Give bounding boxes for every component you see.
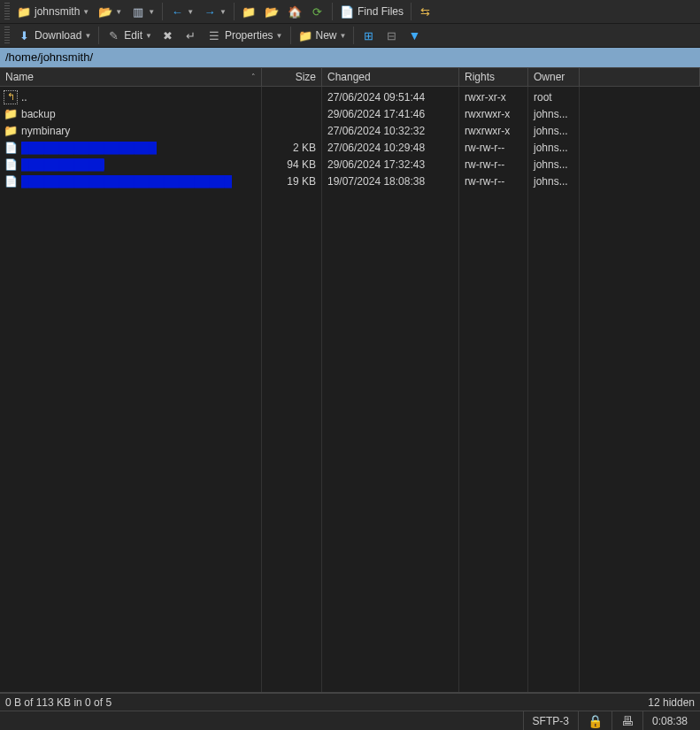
parent-dir-button[interactable]: 📁	[237, 2, 260, 21]
file-changed: 27/06/2024 10:29:48	[322, 139, 458, 156]
file-row[interactable]: 📄██████████████████	[0, 139, 261, 156]
file-name: ..	[21, 91, 27, 104]
rename-button[interactable]: ↵	[180, 26, 203, 45]
file-name: ██████████████████	[21, 142, 157, 154]
column-header-spare	[580, 68, 700, 86]
select-minus-button[interactable]: ⊟	[380, 26, 403, 45]
toolbar-row-1: 📁 johnsmith ▼ 📂 ▼ ▥ ▼ ← ▼ → ▼ 📁 📂 🏠 ⟳ 📄 …	[0, 0, 700, 24]
chevron-down-icon: ▼	[145, 32, 152, 40]
toolbar-grip[interactable]	[4, 27, 10, 44]
new-label: New	[316, 29, 337, 42]
chevron-down-icon: ▼	[219, 8, 227, 16]
file-row[interactable]: 📄████████████████████████████	[0, 173, 261, 189]
forward-button[interactable]: → ▼	[198, 2, 231, 21]
session-dropdown[interactable]: 📁 johnsmith ▼	[12, 2, 94, 21]
rename-icon: ↵	[184, 28, 198, 42]
triangle-down-icon: ▼	[407, 28, 421, 42]
minus-icon: ⊟	[384, 28, 398, 42]
file-changed: 19/07/2024 18:08:38	[322, 173, 458, 189]
column-header-changed[interactable]: Changed	[322, 68, 459, 86]
column-header-owner[interactable]: Owner	[528, 68, 580, 86]
status-bar-connection: SFTP-3 🔒 🖶 0:08:38	[0, 711, 700, 730]
session-label: johnsmith	[35, 5, 80, 18]
folder-open-icon: 📂	[98, 4, 112, 19]
chevron-down-icon: ▼	[187, 8, 194, 16]
open-local-button[interactable]: 📂 ▼	[94, 2, 127, 21]
file-name: ███████████	[21, 158, 104, 171]
parent-folder-icon: 📁	[242, 4, 256, 19]
file-rights: rwxrwxr-x	[459, 122, 527, 139]
find-files-button[interactable]: 📄 Find Files	[335, 2, 408, 21]
select-plus-button[interactable]: ⊞	[357, 26, 380, 45]
download-label: Download	[35, 29, 81, 42]
column-header-rights[interactable]: Rights	[459, 68, 528, 86]
file-changed: 29/06/2024 17:41:46	[322, 105, 458, 122]
sync-icon: ⇆	[419, 4, 433, 19]
file-name: ████████████████████████████	[21, 175, 232, 188]
file-size: 94 KB	[262, 156, 321, 173]
file-owner: johns...	[528, 173, 579, 189]
plus-icon: ⊞	[361, 28, 375, 42]
file-size: 19 KB	[262, 173, 321, 189]
file-row[interactable]: 📄███████████	[0, 156, 261, 173]
properties-button[interactable]: ☰ Properties ▼	[203, 26, 288, 45]
file-rights: rw-rw-r--	[459, 156, 527, 173]
file-size: 2 KB	[262, 139, 321, 156]
folder-icon: 📁	[4, 107, 18, 121]
printer-icon: 🖶	[621, 714, 634, 728]
chevron-down-icon: ▼	[82, 8, 89, 16]
file-icon: 📄	[340, 4, 354, 19]
arrow-right-icon: →	[203, 4, 217, 19]
printer-cell[interactable]: 🖶	[612, 711, 642, 730]
parent-dir-icon: ↰	[4, 90, 18, 104]
properties-label: Properties	[225, 29, 273, 42]
arrow-left-icon: ←	[170, 4, 184, 19]
delete-button[interactable]: ✖	[157, 26, 180, 45]
back-button[interactable]: ← ▼	[165, 2, 198, 21]
file-changed: 27/06/2024 09:51:44	[322, 88, 458, 105]
home-button[interactable]: 🏠	[283, 2, 306, 21]
file-icon: 📄	[4, 174, 18, 188]
toolbar-separator	[98, 27, 99, 44]
file-size	[262, 122, 321, 139]
column-header-name[interactable]: Name ˄	[0, 68, 262, 86]
file-name: backup	[21, 108, 56, 120]
root-dir-button[interactable]: 📂	[260, 2, 283, 21]
file-owner: johns...	[528, 156, 579, 173]
chevron-down-icon: ▼	[148, 8, 155, 16]
file-size	[262, 88, 321, 105]
file-changed: 27/06/2024 10:32:32	[322, 122, 458, 139]
folder-icon: 📁	[4, 124, 18, 138]
select-all-button[interactable]: ▼	[403, 26, 426, 45]
file-owner: johns...	[528, 122, 579, 139]
file-grid[interactable]: ↰..📁backup📁nymbinary📄██████████████████📄…	[0, 87, 700, 693]
toolbar-separator	[332, 3, 333, 20]
file-icon: 📄	[4, 158, 18, 172]
new-button[interactable]: 📁 New ▼	[294, 26, 351, 45]
find-files-label: Find Files	[358, 5, 404, 18]
download-button[interactable]: ⬇ Download ▼	[12, 26, 96, 45]
sort-indicator-icon: ˄	[251, 73, 256, 81]
file-rights: rwxr-xr-x	[459, 88, 527, 105]
file-row[interactable]: ↰..	[0, 88, 261, 105]
current-path: /home/johnsmith/	[5, 50, 93, 64]
refresh-button[interactable]: ⟳	[306, 2, 329, 21]
toolbar-separator	[234, 3, 235, 20]
chevron-down-icon: ▼	[276, 32, 283, 40]
file-rights: rwxrwxr-x	[459, 105, 527, 122]
status-bar-selection: 0 B of 113 KB in 0 of 5 12 hidden	[0, 693, 700, 711]
protocol-cell[interactable]: SFTP-3	[523, 711, 578, 730]
sync-button[interactable]: ⇆	[414, 2, 437, 21]
filter-button[interactable]: ▥ ▼	[127, 2, 159, 21]
toolbar-grip[interactable]	[4, 3, 10, 20]
toolbar-separator	[411, 3, 412, 20]
path-bar[interactable]: /home/johnsmith/	[0, 48, 700, 67]
file-row[interactable]: 📁backup	[0, 105, 261, 122]
file-row[interactable]: 📁nymbinary	[0, 122, 261, 139]
edit-button[interactable]: ✎ Edit ▼	[102, 26, 157, 45]
column-header-size[interactable]: Size	[262, 68, 322, 86]
selection-summary: 0 B of 113 KB in 0 of 5	[5, 696, 112, 709]
session-time-cell: 0:08:38	[642, 711, 696, 730]
encryption-cell[interactable]: 🔒	[578, 711, 612, 730]
file-changed: 29/06/2024 17:32:43	[322, 156, 458, 173]
